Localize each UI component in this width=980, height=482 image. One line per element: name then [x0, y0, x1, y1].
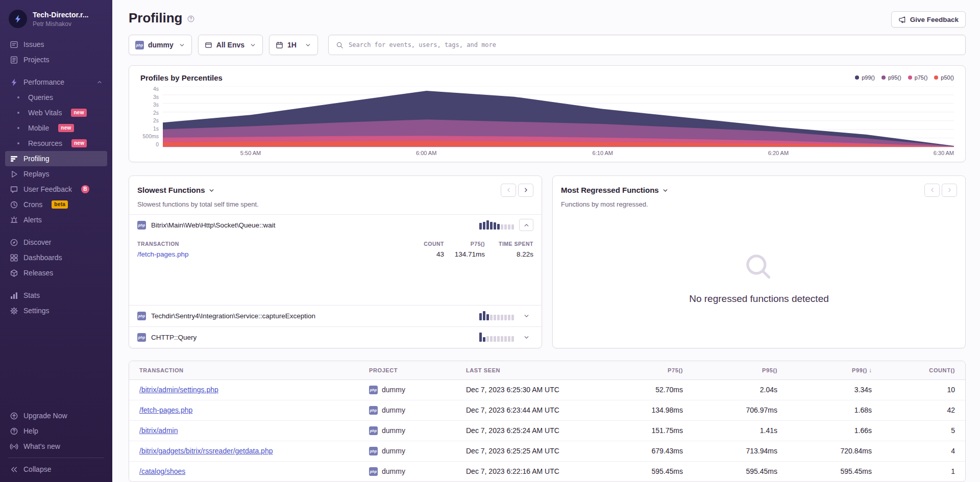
new-badge: new [58, 124, 74, 132]
php-platform-icon: php [135, 41, 144, 49]
project-cell[interactable]: phpdummy [359, 406, 456, 415]
transaction-link[interactable]: /bitrix/admin [139, 426, 178, 435]
chevron-right-icon [946, 187, 953, 193]
sidebar-item-alerts[interactable]: Alerts [5, 212, 107, 227]
transactions-table: TRANSACTION PROJECT LAST SEEN P75() P95(… [129, 361, 966, 482]
expand-function-button[interactable] [519, 310, 533, 322]
question-circle-icon [10, 427, 18, 436]
search-input[interactable] [349, 41, 958, 48]
next-page-button[interactable] [942, 184, 957, 197]
sidebar-item-performance[interactable]: Performance [5, 74, 107, 90]
function-name: Techdir\Sentry4\Integration\Service::cap… [151, 312, 474, 320]
sidebar-item-user-feedback[interactable]: User Feedback B [5, 182, 107, 197]
column-header-sorted[interactable]: P99()↓ [788, 367, 882, 374]
last-seen-cell: Dec 7, 2023 6:25:30 AM UTC [456, 386, 599, 394]
project-cell[interactable]: phpdummy [359, 426, 456, 435]
legend-item[interactable]: p99() [855, 74, 875, 81]
sidebar-item-upgrade-now[interactable]: Upgrade Now [5, 408, 107, 423]
sidebar-item-whats-new[interactable]: What's new [5, 439, 107, 454]
table-row: /bitrix/admin/settings.php phpdummy Dec … [129, 380, 965, 400]
most-regressed-title-dropdown[interactable]: Most Regressed Functions [561, 186, 669, 194]
p95-cell: 595.45ms [693, 467, 788, 475]
slowest-functions-title-dropdown[interactable]: Slowest Functions [137, 186, 215, 194]
sidebar-item-releases[interactable]: Releases [5, 265, 107, 281]
sidebar-item-crons[interactable]: Crons beta [5, 197, 107, 212]
sidebar-item-help[interactable]: Help [5, 423, 107, 439]
area-chart[interactable] [163, 86, 954, 147]
panel-subtitle: Slowest functions by total self time spe… [137, 200, 533, 208]
project-cell[interactable]: phpdummy [359, 467, 456, 476]
legend-dot [934, 75, 938, 80]
date-range-select[interactable]: 1H [269, 35, 318, 55]
previous-page-button[interactable] [501, 184, 516, 197]
legend-item[interactable]: p75() [908, 74, 928, 81]
sidebar-item-discover[interactable]: Discover [5, 235, 107, 250]
chevron-up-icon [523, 222, 530, 229]
bullet-icon [17, 127, 19, 129]
org-logo-icon [13, 14, 22, 23]
sidebar-item-issues[interactable]: Issues [5, 37, 107, 52]
sidebar-item-resources[interactable]: Resources new [5, 136, 107, 151]
collapse-icon [10, 465, 18, 474]
siren-icon [10, 216, 18, 224]
org-switcher[interactable]: Tech-Director.r... Petr Mishakov [0, 6, 112, 36]
column-header[interactable]: COUNT() [882, 367, 965, 373]
p95-cell: 2.04s [693, 386, 788, 394]
transaction-link[interactable]: /catalog/shoes [139, 467, 185, 475]
php-platform-icon: php [369, 386, 378, 394]
sidebar-item-web-vitals[interactable]: Web Vitals new [5, 105, 107, 120]
sidebar-item-queries[interactable]: Queries [5, 90, 107, 105]
expand-function-button[interactable] [519, 331, 533, 343]
transaction-link[interactable]: /fetch-pages.php [137, 249, 408, 260]
sidebar-item-profiling[interactable]: Profiling [5, 151, 107, 166]
sidebar-item-replays[interactable]: Replays [5, 166, 107, 182]
legend-dot [881, 75, 886, 80]
legend-item[interactable]: p50() [934, 74, 954, 81]
sidebar-item-mobile[interactable]: Mobile new [5, 120, 107, 136]
x-axis-tick: 6:30 AM [934, 150, 954, 156]
sidebar-item-projects[interactable]: Projects [5, 52, 107, 67]
function-row[interactable]: php CHTTP::Query [129, 326, 542, 348]
most-regressed-functions-panel: Most Regressed Functions Functions by mo… [552, 175, 966, 348]
function-row[interactable]: php Techdir\Sentry4\Integration\Service:… [129, 305, 542, 326]
clock-icon [10, 200, 18, 209]
next-page-button[interactable] [518, 184, 533, 197]
column-header[interactable]: PROJECT [359, 367, 456, 373]
chevron-left-icon [929, 187, 936, 193]
bullet-icon [17, 112, 19, 114]
search-bar[interactable] [328, 35, 966, 55]
new-badge: new [71, 109, 86, 117]
previous-page-button[interactable] [924, 184, 940, 197]
transaction-link[interactable]: /fetch-pages.php [139, 406, 192, 414]
p99-cell: 595.45ms [788, 467, 882, 475]
collapse-function-button[interactable] [519, 219, 533, 231]
give-feedback-button[interactable]: Give Feedback [891, 11, 966, 28]
releases-icon [10, 269, 18, 277]
empty-state-text: No regressed functions detected [689, 293, 829, 305]
sidebar-item-dashboards[interactable]: Dashboards [5, 250, 107, 265]
column-header[interactable]: TRANSACTION [129, 367, 359, 373]
chevron-down-icon [250, 42, 256, 48]
php-platform-icon: php [369, 447, 378, 455]
sidebar-item-stats[interactable]: Stats [5, 288, 107, 303]
column-header[interactable]: P95() [693, 367, 788, 373]
legend-item[interactable]: p95() [881, 74, 901, 81]
help-icon[interactable] [187, 15, 195, 23]
transaction-link[interactable]: /bitrix/gadgets/bitrix/rssreader/getdata… [139, 447, 273, 455]
column-header[interactable]: P75() [599, 367, 693, 373]
column-header[interactable]: LAST SEEN [456, 367, 599, 373]
function-row[interactable]: php Bitrix\Main\Web\Http\Socket\Queue::w… [129, 214, 542, 236]
main-content: Profiling Give Feedback php dummy All En… [112, 0, 980, 482]
sidebar-collapse-button[interactable]: Collapse [5, 462, 107, 477]
project-cell[interactable]: phpdummy [359, 447, 456, 455]
project-cell[interactable]: phpdummy [359, 386, 456, 394]
p75-cell: 52.70ms [599, 386, 693, 394]
empty-state: No regressed functions detected [553, 214, 965, 348]
project-select[interactable]: php dummy [129, 35, 192, 55]
projects-icon [10, 56, 18, 64]
p75-cell: 595.45ms [599, 467, 693, 475]
environment-select[interactable]: All Envs [198, 35, 263, 55]
transaction-link[interactable]: /bitrix/admin/settings.php [139, 386, 218, 394]
y-axis: 4s 3s 3s 2s 2s 1s 500ms 0 [140, 86, 163, 147]
sidebar-item-settings[interactable]: Settings [5, 303, 107, 318]
